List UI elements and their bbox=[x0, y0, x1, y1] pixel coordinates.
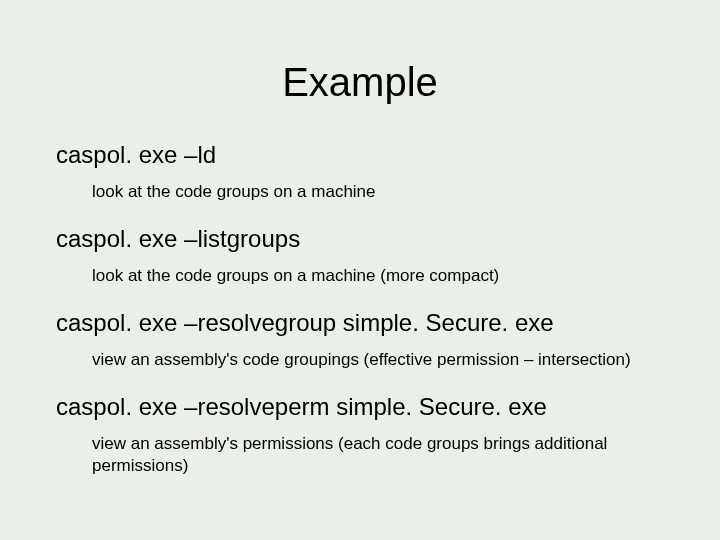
command-text: caspol. exe –resolveperm simple. Secure.… bbox=[56, 393, 664, 421]
command-text: caspol. exe –resolvegroup simple. Secure… bbox=[56, 309, 664, 337]
slide-title: Example bbox=[56, 60, 664, 105]
command-text: caspol. exe –ld bbox=[56, 141, 664, 169]
command-description: view an assembly's permissions (each cod… bbox=[92, 433, 664, 477]
slide: Example caspol. exe –ld look at the code… bbox=[0, 0, 720, 540]
command-description: look at the code groups on a machine (mo… bbox=[92, 265, 664, 287]
command-text: caspol. exe –listgroups bbox=[56, 225, 664, 253]
command-description: look at the code groups on a machine bbox=[92, 181, 664, 203]
command-description: view an assembly's code groupings (effec… bbox=[92, 349, 664, 371]
